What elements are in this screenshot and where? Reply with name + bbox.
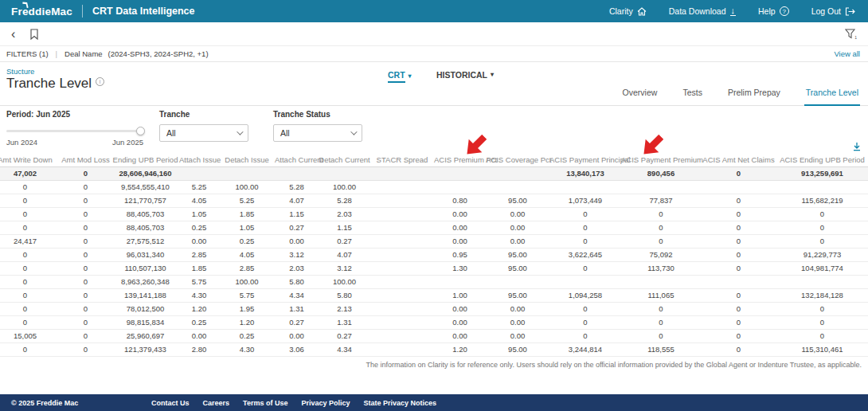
column-header[interactable]: Attach Issue — [179, 153, 219, 166]
footer-bar: © 2025 Freddie Mac Contact Us Careers Te… — [0, 394, 868, 411]
table-cell — [370, 180, 434, 194]
column-header[interactable]: Detach Issue — [219, 153, 275, 166]
tranche-select[interactable]: All — [159, 124, 248, 142]
nav-help[interactable]: Help ? — [758, 6, 789, 16]
footer-link-terms-of-use[interactable]: Terms of Use — [243, 399, 287, 407]
tranche-level-table: Amt Write DownAmt Mod LossEnding UPB Per… — [0, 153, 868, 357]
column-header[interactable]: ACIS Payment Principal — [549, 153, 621, 166]
table-cell: 100.00 — [219, 275, 275, 288]
table-cell: 100.00 — [219, 180, 275, 194]
table-cell: 5.25 — [179, 180, 219, 194]
table-cell: 0 — [621, 207, 701, 221]
table-cell: 0.27 — [319, 234, 370, 248]
column-header[interactable]: ACIS Amt Net Claims — [701, 153, 776, 166]
column-header[interactable]: Amt Mod Loss — [60, 153, 111, 166]
table-cell: 3,244,814 — [549, 342, 621, 356]
table-cell: 113,730 — [621, 261, 701, 275]
table-row[interactable]: 0088,405,7031.051.851.152.030.000.000000 — [0, 207, 868, 221]
nav-data-download[interactable]: Data Download ↓ — [669, 6, 736, 16]
table-cell: 0.00 — [434, 302, 486, 315]
column-header[interactable]: ACIS Ending UPB Period — [776, 153, 868, 166]
bookmark-icon[interactable] — [29, 29, 39, 40]
filter-funnel-icon[interactable]: 1 — [845, 29, 857, 40]
table-cell: 0 — [0, 248, 60, 261]
table-cell: 4.07 — [275, 194, 319, 207]
crt-dropdown[interactable]: CRT ▾ — [388, 70, 412, 83]
table-row[interactable]: 009,554,555,4105.25100.005.28100.00 — [0, 180, 868, 194]
table-cell: 0 — [0, 261, 60, 275]
table-cell: 95.00 — [486, 288, 549, 302]
table-cell: 27,575,512 — [111, 234, 179, 248]
tab-tranche-level[interactable]: Tranche Level — [804, 88, 860, 106]
column-header[interactable]: Amt Write Down — [0, 153, 60, 166]
table-cell: 0.00 — [486, 207, 549, 221]
tranche-table-section: Amt Write DownAmt Mod LossEnding UPB Per… — [0, 142, 868, 369]
footer-link-careers[interactable]: Careers — [203, 399, 230, 407]
table-cell — [701, 275, 776, 288]
table-row[interactable]: 15,005025,960,6970.000.250.000.270.000.0… — [0, 329, 868, 342]
table-row[interactable]: 00121,379,4332.804.303.064.341.2095.003,… — [0, 342, 868, 356]
table-cell: 0 — [0, 180, 60, 194]
table-cell: 115,682,219 — [776, 194, 868, 207]
table-cell: 95.00 — [486, 248, 549, 261]
column-header[interactable]: STACR Spread — [370, 153, 434, 166]
freddie-mac-logo[interactable]: FreddieMac — [0, 6, 72, 18]
table-cell: 0 — [621, 234, 701, 248]
table-cell: 1.05 — [179, 207, 219, 221]
table-cell: 1.20 — [219, 315, 275, 329]
column-header[interactable]: Detach Current — [319, 153, 370, 166]
tranche-status-select[interactable]: All — [273, 124, 362, 142]
totals-row[interactable]: 47,002028,606,946,16013,840,173890,45609… — [0, 166, 868, 180]
column-header[interactable]: ACIS Payment Premium — [621, 153, 701, 166]
table-row[interactable]: 00121,770,7574.055.254.075.280.8095.001,… — [0, 194, 868, 207]
table-cell: 1.20 — [434, 342, 486, 356]
back-button[interactable]: ‹ — [11, 28, 15, 41]
table-cell: 5.25 — [219, 194, 275, 207]
nav-log-out[interactable]: Log Out — [811, 6, 855, 16]
table-cell: 95.00 — [486, 261, 549, 275]
table-cell: 0 — [60, 261, 111, 275]
table-row[interactable]: 00139,141,1884.305.754.345.801.0095.001,… — [0, 288, 868, 302]
table-cell: 0 — [0, 194, 60, 207]
period-slider[interactable] — [6, 127, 143, 136]
footer-link-privacy-policy[interactable]: Privacy Policy — [301, 399, 350, 407]
tab-tests[interactable]: Tests — [681, 88, 704, 106]
home-icon — [637, 7, 647, 16]
table-cell: 0 — [0, 275, 60, 288]
table-cell: 88,405,703 — [111, 207, 179, 221]
slider-handle[interactable] — [136, 127, 145, 135]
table-cell: 0 — [549, 302, 621, 315]
table-row[interactable]: 0098,815,8340.251.200.271.310.000.000000 — [0, 315, 868, 329]
table-cell: 0.00 — [434, 234, 486, 248]
table-row[interactable]: 008,963,260,3485.75100.005.80100.00 — [0, 275, 868, 288]
table-cell: 913,259,691 — [776, 166, 868, 180]
download-table-icon[interactable] — [852, 142, 862, 151]
breadcrumb[interactable]: Stucture — [6, 67, 34, 76]
footer-link-contact-us[interactable]: Contact Us — [151, 399, 190, 407]
table-cell: 121,770,757 — [111, 194, 179, 207]
column-header[interactable]: Attach Current — [275, 153, 319, 166]
table-row[interactable]: 0078,012,5001.201.951.312.130.000.000000 — [0, 302, 868, 315]
view-all-link[interactable]: View all — [834, 49, 862, 58]
table-cell: 0 — [701, 329, 776, 342]
help-icon: ? — [780, 6, 789, 16]
slider-track[interactable] — [6, 130, 143, 132]
table-cell: 95.00 — [486, 342, 549, 356]
tab-overview[interactable]: Overview — [621, 88, 659, 106]
column-header[interactable]: Ending UPB Period — [111, 153, 179, 166]
info-icon[interactable]: i — [96, 77, 104, 86]
table-cell: 2.85 — [179, 248, 219, 261]
table-cell: 0 — [621, 315, 701, 329]
historical-dropdown[interactable]: HISTORICAL ▾ — [436, 70, 494, 80]
table-cell: 78,012,500 — [111, 302, 179, 315]
column-header[interactable]: ACIS Coverage Pct — [486, 153, 549, 166]
table-row[interactable]: 0088,405,7030.251.050.271.150.000.000000 — [0, 221, 868, 234]
table-cell: 0 — [60, 302, 111, 315]
nav-clarity[interactable]: Clarity — [609, 6, 647, 16]
table-row[interactable]: 00110,507,1301.852.852.033.121.3095.0001… — [0, 261, 868, 275]
tab-prelim-prepay[interactable]: Prelim Prepay — [726, 88, 782, 106]
table-row[interactable]: 0096,031,3402.854.053.124.070.9595.003,6… — [0, 248, 868, 261]
table-row[interactable]: 24,417027,575,5120.000.250.000.270.000.0… — [0, 234, 868, 248]
table-cell: 3.06 — [275, 342, 319, 356]
footer-link-state-privacy-notices[interactable]: State Privacy Notices — [363, 399, 436, 407]
